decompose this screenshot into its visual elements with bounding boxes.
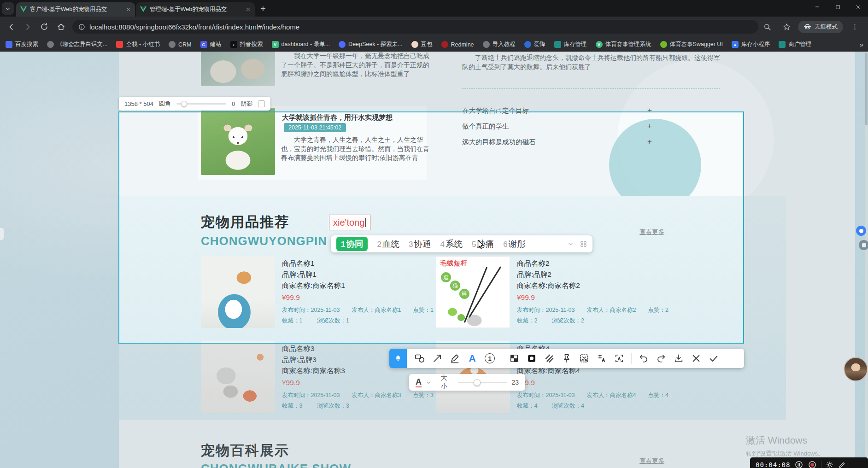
ime-candidate-3[interactable]: 3协通 <box>409 238 431 250</box>
blur-tool-button[interactable] <box>526 353 537 364</box>
forward-button[interactable] <box>20 19 36 35</box>
shapes-tool-button[interactable] <box>414 353 425 364</box>
ime-grid-icon[interactable] <box>580 240 587 247</box>
record-icon[interactable] <box>808 460 817 468</box>
bookmark-aijiang[interactable]: 爱降 <box>524 41 545 48</box>
new-tab-button[interactable]: + <box>260 4 266 13</box>
shadow-checkbox[interactable] <box>258 100 265 107</box>
back-button[interactable] <box>4 19 19 35</box>
tab-search-button[interactable] <box>2 2 14 15</box>
reload-button[interactable] <box>37 19 53 35</box>
ime-candidate-6[interactable]: 6谢彤 <box>503 238 525 250</box>
url-bar[interactable]: localhost:8080/springboot66fx32ko/front/… <box>72 20 758 34</box>
toolbar-separator <box>631 353 632 364</box>
bookmark-jianzhan[interactable]: G建站 <box>200 41 222 48</box>
slider-thumb[interactable] <box>181 101 187 107</box>
bookmark-star-icon[interactable] <box>779 19 794 35</box>
edit-icon[interactable] <box>838 461 846 468</box>
hatch-tool-button[interactable] <box>544 353 555 364</box>
product-image[interactable] <box>201 341 275 413</box>
minimize-button[interactable] <box>807 0 827 14</box>
pencil-tool-button[interactable] <box>449 353 460 364</box>
ocr-tool-button[interactable] <box>614 353 625 364</box>
bookmark-deepseek[interactable]: DeepSeek - 探索未... <box>339 41 402 48</box>
tab-client[interactable]: 客户端-基于Web的宠物用品交 <box>16 2 135 17</box>
close-window-button[interactable] <box>848 0 868 14</box>
bookmark-xiaohongshu[interactable]: 全栈 - 小红书 <box>116 41 160 48</box>
cut-tool-button[interactable] <box>579 353 590 364</box>
pause-icon[interactable] <box>794 460 803 468</box>
slider-thumb[interactable] <box>474 379 481 386</box>
ime-candidate-1[interactable]: 1协同 <box>336 237 368 251</box>
font-color-button[interactable]: A <box>416 378 422 387</box>
text-tool-button[interactable]: A <box>467 353 478 364</box>
bookmarks-overflow-chevron[interactable]: » <box>860 41 862 48</box>
product-meta: 发布时间：2025-11-03发布人：商家名称3点赞：3 <box>282 392 434 399</box>
bookmark-doubao[interactable]: 豆包 <box>411 41 433 48</box>
meta-likes: 点赞：3 <box>413 392 433 399</box>
bookmark-crm[interactable]: CRM <box>169 41 191 48</box>
bookmark-swagger[interactable]: 体育赛事Swagger UI <box>660 41 723 48</box>
edge-handle[interactable] <box>0 228 4 240</box>
settings-icon[interactable] <box>826 461 834 468</box>
maximize-button[interactable] <box>827 0 848 14</box>
bell-tool-button[interactable] <box>389 349 407 368</box>
ime-candidate-bar: 1协同 2血统 3协通 4系统 5胁痛 6谢彤 <box>331 235 592 252</box>
redo-button[interactable] <box>656 353 667 364</box>
confirm-button[interactable] <box>708 353 719 364</box>
scrollbar-thumb[interactable] <box>865 53 868 125</box>
article-image-cats[interactable] <box>201 52 275 86</box>
translate-tool-button[interactable] <box>596 353 607 364</box>
browser-menu-icon[interactable] <box>847 19 862 35</box>
arrow-tool-button[interactable] <box>432 353 443 364</box>
bookmark-liaozhai[interactable]: 《聊斋志异白话文... <box>47 41 107 48</box>
meta-published: 发布时间：2025-11-03 <box>282 392 340 399</box>
chevron-down-icon <box>5 6 11 12</box>
meta-favorites: 收藏：3 <box>282 402 302 410</box>
home-button[interactable] <box>53 19 69 35</box>
mosaic-tool-button[interactable] <box>509 353 520 364</box>
bookmark-kucun[interactable]: 库存管理 <box>554 41 587 48</box>
miniprogram-icon: ▲ <box>732 41 739 48</box>
cancel-button[interactable] <box>691 353 702 364</box>
bookmark-merchant[interactable]: 商户管理 <box>779 41 811 48</box>
bookmark-daoru[interactable]: 导入教程 <box>483 41 516 48</box>
bookmark-sports-admin[interactable]: V体育赛事管理系统 <box>596 41 651 48</box>
bookmark-douyin[interactable]: ♪抖音搜索 <box>230 41 263 48</box>
ime-expand-chevron-icon[interactable] <box>568 241 574 247</box>
bookmark-miniprogram[interactable]: ▲库存小程序 <box>732 41 770 48</box>
undo-button[interactable] <box>638 353 649 364</box>
ime-candidate-2[interactable]: 2血统 <box>377 238 399 250</box>
radius-slider[interactable] <box>176 103 226 105</box>
candidate-text: 系统 <box>446 238 463 250</box>
incognito-badge[interactable]: 无痕模式 <box>798 21 843 33</box>
meta-views: 浏览次数：4 <box>552 402 584 410</box>
url-text[interactable]: localhost:8080/springboot66fx32ko/front/… <box>89 23 299 31</box>
watermark-line2: 转到“设置”以激活 Windows。 <box>746 450 824 458</box>
bookmark-baidu[interactable]: 百度搜索 <box>6 41 38 48</box>
ime-candidate-4[interactable]: 4系统 <box>440 238 462 250</box>
tab-close-icon[interactable] <box>246 7 251 12</box>
search-icon[interactable] <box>759 19 775 35</box>
pin-tool-button[interactable] <box>561 353 572 364</box>
page-scrollbar[interactable] <box>865 52 868 468</box>
font-size-slider[interactable] <box>458 382 507 383</box>
product-meta: 收藏：4浏览次数：4 <box>517 402 669 410</box>
radius-value: 0 <box>232 100 235 107</box>
chevron-down-icon[interactable] <box>426 380 431 385</box>
recording-timer: 00:04:08 <box>756 461 790 468</box>
bookmark-redmine[interactable]: Redmine <box>441 41 474 48</box>
bookmark-dashboard[interactable]: Vdashboard - 录单... <box>272 41 330 48</box>
webcam-overlay[interactable] <box>844 357 868 381</box>
incognito-label: 无痕模式 <box>815 23 838 31</box>
counter-tool-button[interactable]: 1 <box>484 353 495 364</box>
baike-more-link[interactable]: 查看更多 <box>639 457 664 465</box>
tab-close-icon[interactable] <box>126 7 131 12</box>
tab-admin[interactable]: 管理端-基于Web的宠物用品交 <box>136 2 255 17</box>
download-button[interactable] <box>673 353 684 364</box>
site-info-icon[interactable] <box>78 23 85 30</box>
assistant-float-button[interactable] <box>856 226 866 236</box>
radius-label: 圆角 <box>159 99 171 108</box>
snip-selection-region[interactable] <box>118 111 744 344</box>
widget-float-button[interactable] <box>859 240 868 250</box>
